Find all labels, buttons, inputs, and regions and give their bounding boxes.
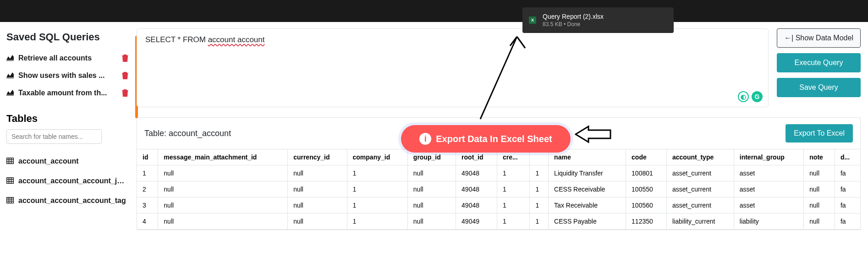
column-header: message_main_attachment_id: [158, 149, 288, 165]
table-row[interactable]: 1nullnull1null4904811Liquidity Transfer1…: [137, 165, 860, 181]
table-cell: 1: [347, 181, 407, 197]
table-cell: null: [288, 165, 347, 181]
table-cell: null: [407, 165, 456, 181]
tables-search-input[interactable]: [6, 129, 102, 144]
table-cell: Liquidity Transfer: [549, 165, 626, 181]
table-cell: fa: [835, 181, 860, 197]
table-cell: asset_current: [667, 181, 734, 197]
chart-icon: [6, 89, 14, 97]
column-header: code: [626, 149, 667, 165]
table-cell: null: [288, 197, 347, 214]
table-cell: 3: [137, 197, 158, 214]
show-data-model-button[interactable]: ←| Show Data Model: [777, 28, 861, 48]
table-link[interactable]: account_account_account_tag: [6, 191, 137, 210]
saved-queries-title: Saved SQL Queries: [6, 31, 137, 43]
download-meta: 83.5 KB • Done: [543, 21, 604, 27]
table-cell: 49048: [456, 197, 497, 214]
column-header: internal_group: [734, 149, 804, 165]
table-cell: liability: [734, 214, 804, 230]
table-cell: 4: [137, 214, 158, 230]
table-cell: fa: [835, 165, 860, 181]
table-cell: 1: [497, 214, 530, 230]
table-label: account_account: [18, 157, 79, 165]
table-cell: liability_current: [667, 214, 734, 230]
table-row[interactable]: 3nullnull1null4904811Tax Receivable10056…: [137, 197, 860, 214]
saved-query-label: Show users with sales ...: [18, 71, 105, 80]
trash-icon[interactable]: [122, 72, 129, 79]
svg-rect-10: [7, 197, 14, 203]
download-toast[interactable]: X Query Report (2).xlsx 83.5 KB • Done: [522, 7, 674, 33]
excel-file-icon: X: [529, 16, 536, 24]
tables-title: Tables: [6, 113, 137, 125]
trash-icon[interactable]: [122, 55, 129, 62]
results-table-wrapper[interactable]: idmessage_main_attachment_idcurrency_idc…: [137, 149, 861, 230]
trash-icon[interactable]: [122, 89, 129, 97]
table-cell: 1: [497, 165, 530, 181]
table-cell: null: [407, 181, 456, 197]
table-cell: 1: [497, 181, 530, 197]
svg-rect-0: [7, 158, 14, 164]
table-cell: null: [407, 214, 456, 230]
table-icon: [6, 177, 14, 185]
table-cell: 1: [137, 165, 158, 181]
table-cell: 1: [530, 197, 549, 214]
table-link[interactable]: account_account: [6, 151, 137, 171]
table-body: 1nullnull1null4904811Liquidity Transfer1…: [137, 165, 860, 230]
table-cell: 100801: [626, 165, 667, 181]
export-to-excel-button[interactable]: Export To Excel: [786, 124, 853, 142]
table-cell: 49048: [456, 181, 497, 197]
table-cell: null: [288, 181, 347, 197]
table-cell: 2: [137, 181, 158, 197]
sql-editor[interactable]: SELECT * FROM account account ◐ G: [137, 28, 769, 107]
table-label: account_account_account_tag: [18, 197, 126, 205]
download-filename: Query Report (2).xlsx: [543, 13, 604, 20]
saved-query-item[interactable]: Retrieve all accounts: [6, 49, 137, 67]
table-cell: null: [158, 181, 288, 197]
table-cell: 1: [347, 165, 407, 181]
results-table: idmessage_main_attachment_idcurrency_idc…: [137, 149, 860, 230]
lightbulb-icon: ◐: [738, 91, 749, 102]
table-cell: null: [158, 165, 288, 181]
table-cell: 49048: [456, 165, 497, 181]
table-cell: 112350: [626, 214, 667, 230]
results-tablename: Table: account_account: [144, 129, 231, 138]
save-query-button[interactable]: Save Query: [777, 78, 861, 97]
table-row[interactable]: 2nullnull1null4904811CESS Receivable1005…: [137, 181, 860, 197]
table-cell: CESS Payable: [549, 214, 626, 230]
table-cell: 100560: [626, 197, 667, 214]
table-cell: 49049: [456, 214, 497, 230]
table-cell: null: [804, 181, 835, 197]
callout-text: Export Data In Excel Sheet: [436, 134, 552, 144]
table-row[interactable]: 4nullnull1null4904911CESS Payable112350l…: [137, 214, 860, 230]
sql-text: SELECT * FROM account account: [145, 35, 760, 44]
table-cell: 1: [497, 197, 530, 214]
table-link[interactable]: account_account_account_journ...: [6, 171, 137, 191]
info-icon: i: [419, 133, 431, 145]
table-cell: 1: [530, 181, 549, 197]
saved-query-item[interactable]: Taxable amount from th...: [6, 84, 137, 102]
grammarly-badge[interactable]: ◐ G: [738, 91, 763, 102]
svg-rect-5: [7, 177, 14, 183]
column-header: company_id: [347, 149, 407, 165]
execute-query-button[interactable]: Execute Query: [777, 53, 861, 72]
table-cell: null: [288, 214, 347, 230]
table-cell: 1: [530, 214, 549, 230]
table-label: account_account_account_journ...: [18, 177, 128, 185]
column-header: account_type: [667, 149, 734, 165]
topbar: [0, 0, 868, 22]
column-header: note: [804, 149, 835, 165]
saved-query-label: Retrieve all accounts: [18, 54, 92, 62]
table-cell: null: [804, 197, 835, 214]
table-cell: 100550: [626, 181, 667, 197]
table-icon: [6, 197, 14, 205]
grammarly-icon: G: [752, 91, 763, 102]
saved-query-item[interactable]: Show users with sales ...: [6, 67, 137, 84]
table-cell: fa: [835, 197, 860, 214]
table-cell: asset_current: [667, 165, 734, 181]
table-cell: null: [804, 214, 835, 230]
table-cell: fa: [835, 214, 860, 230]
saved-query-label: Taxable amount from th...: [18, 89, 107, 97]
table-cell: 1: [347, 214, 407, 230]
sidebar: Saved SQL Queries Retrieve all accounts …: [0, 22, 137, 263]
table-cell: CESS Receivable: [549, 181, 626, 197]
